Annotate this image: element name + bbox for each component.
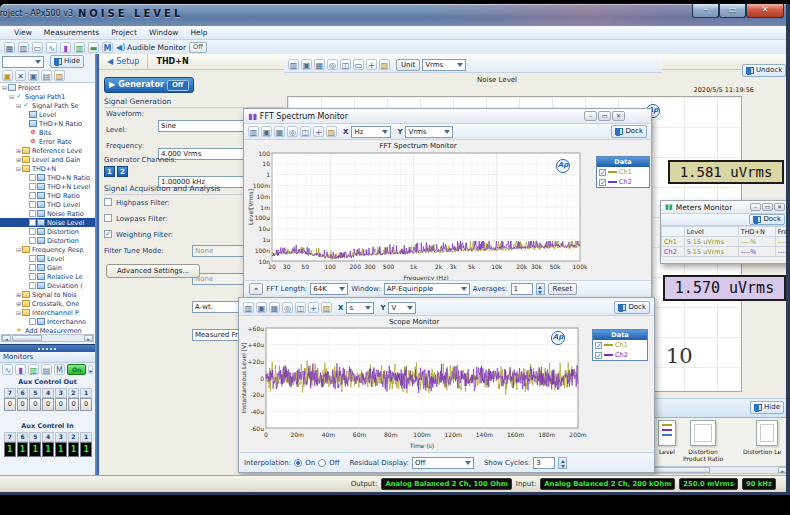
zoom-icon[interactable]: ◎: [287, 126, 298, 137]
copy-icon[interactable]: ▣: [256, 302, 267, 313]
gallery-hide-button[interactable]: Hide: [750, 401, 784, 414]
cursor-icon[interactable]: +: [308, 302, 319, 313]
minimize-icon[interactable]: –: [692, 4, 719, 18]
scope-y-unit-select[interactable]: V: [388, 302, 416, 314]
undock-button[interactable]: Undock: [742, 64, 786, 77]
aux-out-value[interactable]: 0: [4, 398, 16, 411]
settings-icon[interactable]: ▨: [54, 70, 65, 81]
tree-expander-icon[interactable]: ⊞: [15, 147, 22, 154]
settings-icon[interactable]: ▨: [321, 302, 332, 313]
tree-item-interchanne[interactable]: Interchanne: [0, 317, 95, 326]
tree-checkbox[interactable]: [29, 210, 36, 217]
tree-item-crosstalk-one[interactable]: ⊞Crosstalk, One: [0, 299, 95, 308]
pan-icon[interactable]: ◫: [340, 59, 351, 70]
legend-checkbox[interactable]: [599, 179, 606, 186]
tree-item-signal-to-nois[interactable]: ⊞Signal to Nois: [0, 290, 95, 299]
fft-reset-button[interactable]: Reset: [548, 283, 578, 295]
tree-item-bits[interactable]: ⊘Bits: [0, 128, 95, 137]
tree-checkbox[interactable]: [29, 192, 36, 199]
tree-item-error-rate[interactable]: ⊘Error Rate: [0, 137, 95, 146]
copy-icon[interactable]: ▣: [28, 70, 39, 81]
tab-setup[interactable]: ◀Setup: [99, 57, 147, 66]
tree-item-frequency-resp[interactable]: ⊟Frequency Resp: [0, 245, 95, 254]
scope-dock-button[interactable]: Dock: [614, 301, 650, 314]
fft-window-titlebar[interactable]: ▮▮ FFT Spectrum Monitor – ▭ ✕: [244, 109, 651, 124]
tree-item-level-and-gain[interactable]: ⊞Level and Gain: [0, 155, 95, 164]
monitors-on-button[interactable]: On: [67, 364, 86, 375]
open-icon[interactable]: ▭: [32, 42, 43, 53]
interpolation-off-radio[interactable]: [318, 459, 326, 467]
paste-icon[interactable]: ▤: [41, 70, 52, 81]
tree-item-noise-level[interactable]: Noise Level: [0, 218, 95, 227]
print-icon[interactable]: ▦: [274, 126, 285, 137]
cursor-icon[interactable]: +: [366, 59, 377, 70]
tree-horizontal-scrollbar[interactable]: ◂▸: [1, 334, 94, 342]
save-icon[interactable]: ▥: [18, 42, 29, 53]
aux-out-value[interactable]: 0: [68, 398, 80, 411]
tree-checkbox[interactable]: [29, 219, 36, 226]
menu-help[interactable]: Help: [190, 28, 207, 37]
tree-checkbox[interactable]: [29, 318, 36, 325]
generator-channel-1[interactable]: 1: [104, 166, 115, 177]
aux-monitor-icon[interactable]: ▤: [41, 364, 52, 375]
input-range-badge[interactable]: 250.0 mVrms: [679, 478, 738, 490]
tree-item-thd-ratio[interactable]: THD Ratio: [0, 191, 95, 200]
aux-in-value[interactable]: 1: [42, 442, 54, 457]
fft-averages-stepper[interactable]: [536, 283, 545, 295]
measurement-monitor-icon[interactable]: M: [54, 364, 65, 375]
maximize-icon[interactable]: ▭: [598, 111, 611, 121]
fft-dock-button[interactable]: Dock: [611, 125, 647, 138]
generator-button[interactable]: ▶ Generator Off: [104, 77, 194, 93]
thumbnail-label[interactable]: Distortion Product Ratio: [678, 449, 728, 462]
delete-icon[interactable]: ✕: [15, 70, 26, 81]
tree-item-signal-path1[interactable]: ⊟✓Signal Path1: [0, 92, 95, 101]
settings-icon[interactable]: ▨: [326, 126, 337, 137]
fft-x-unit-select[interactable]: Hz: [351, 126, 391, 138]
input-config-badge[interactable]: Analog Balanced 2 Ch, 200 kOhm: [540, 478, 675, 490]
tree-item-interchannel-p[interactable]: ⊟Interchannel P: [0, 308, 95, 317]
tree-item-thd-level[interactable]: THD Level: [0, 200, 95, 209]
show-cycles-stepper[interactable]: [558, 457, 567, 469]
print-icon[interactable]: ▦: [269, 302, 280, 313]
audible-monitor-state[interactable]: Off: [189, 42, 207, 53]
tree-checkbox[interactable]: [29, 264, 36, 271]
title-bar[interactable]: Project - APx500 v3.4 NOISE LEVEL – ▭ ✕: [0, 4, 790, 26]
legend-checkbox[interactable]: [595, 352, 602, 359]
tree-checkbox[interactable]: [29, 174, 36, 181]
aux-out-value[interactable]: 0: [80, 398, 92, 411]
thumbnail-distortion-level-image[interactable]: [756, 420, 778, 446]
interpolation-on-radio[interactable]: [294, 459, 302, 467]
scroll-left-icon[interactable]: ◂: [2, 335, 11, 341]
lowpass-checkbox[interactable]: [104, 214, 112, 222]
legend-checkbox[interactable]: [595, 342, 602, 349]
tree-expander-icon[interactable]: ⊟: [15, 102, 22, 109]
meters-window-titlebar[interactable]: ▮▮ Meters Monitor – ▭ ✕: [661, 201, 789, 214]
minimize-icon[interactable]: –: [584, 111, 597, 121]
maximize-icon[interactable]: ▭: [719, 4, 746, 18]
fft-monitor-icon[interactable]: ▮: [60, 42, 71, 53]
navigator-hide-button[interactable]: Hide: [50, 55, 84, 68]
tree-item-thd-n[interactable]: ⊟THD+N: [0, 164, 95, 173]
save-icon[interactable]: ▥: [248, 126, 259, 137]
tree-item-thd-n-ratio[interactable]: THD+N Ratio: [0, 173, 95, 182]
scroll-right-icon[interactable]: ▸: [84, 335, 93, 341]
tree-item-relative-le[interactable]: Relative Le: [0, 272, 95, 281]
tree-item-level[interactable]: Level: [0, 254, 95, 263]
generator-channel-2[interactable]: 2: [117, 166, 128, 177]
aux-in-value[interactable]: 1: [80, 442, 92, 457]
copy-icon[interactable]: ▣: [301, 59, 312, 70]
advanced-settings-button[interactable]: Advanced Settings...: [106, 264, 200, 278]
fft-window-select[interactable]: AP-Equiripple: [384, 283, 470, 295]
tree-item-noise-ratio[interactable]: Noise Ratio: [0, 209, 95, 218]
tree-checkbox[interactable]: [29, 273, 36, 280]
residual-display-select[interactable]: Off: [412, 457, 474, 469]
menu-project[interactable]: Project: [111, 28, 137, 37]
tree-item-reference-leve[interactable]: ⊞Reference Leve: [0, 146, 95, 155]
fft-averages-input[interactable]: 1: [511, 283, 533, 295]
cursor-icon[interactable]: +: [313, 126, 324, 137]
weighting-checkbox[interactable]: [104, 230, 112, 238]
thumbnail-level-image[interactable]: [658, 420, 676, 446]
fft-expand-button[interactable]: »: [249, 283, 263, 295]
tree-expander-icon[interactable]: ⊟: [15, 309, 22, 316]
zoom-icon[interactable]: ◎: [282, 302, 293, 313]
